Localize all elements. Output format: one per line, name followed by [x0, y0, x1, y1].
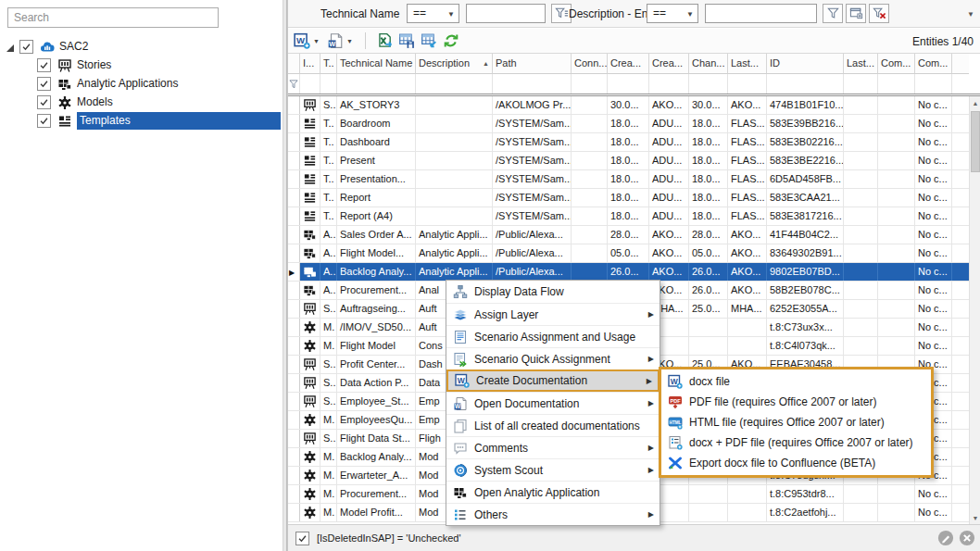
- filter-cell[interactable]: [844, 74, 878, 94]
- table-row[interactable]: T..Boardroom/SYSTEM/Sam...18.0...ADU...1…: [288, 115, 969, 133]
- submenu-item[interactable]: PDF file (requires Office 2007 or later): [661, 392, 931, 412]
- menu-item[interactable]: Scenario Assignment and Usage: [446, 325, 660, 347]
- submenu-item[interactable]: docx + PDF file (requires Office 2007 or…: [661, 432, 931, 453]
- vertical-scrollbar[interactable]: ▲ ▼: [969, 96, 980, 524]
- dropdown-caret-icon[interactable]: ▼: [346, 38, 353, 44]
- description-operator-select[interactable]: == ▼: [647, 4, 698, 23]
- column-header[interactable]: Conn...: [572, 54, 608, 74]
- column-header[interactable]: Description▲: [416, 54, 493, 74]
- funnel-icon: [826, 6, 840, 20]
- column-header[interactable]: ID: [767, 54, 844, 74]
- status-filter-checkbox[interactable]: [295, 532, 309, 545]
- filter-cell[interactable]: [416, 74, 493, 94]
- filter-cell[interactable]: [608, 74, 649, 94]
- filter-row-funnel[interactable]: [288, 74, 300, 94]
- menu-item[interactable]: Assign Layer▶: [446, 303, 660, 325]
- column-header[interactable]: Com...: [878, 54, 915, 74]
- clear-filter-button[interactable]: [959, 530, 975, 546]
- column-header[interactable]: I...: [300, 54, 320, 74]
- filter-cell[interactable]: [878, 74, 915, 94]
- cell: [878, 170, 915, 188]
- technical-name-filter-input[interactable]: [466, 4, 546, 23]
- menu-item[interactable]: List of all created documentations: [446, 414, 660, 436]
- column-header[interactable]: Crea...: [649, 54, 689, 74]
- menu-item[interactable]: System Scout▶: [446, 458, 660, 481]
- funnel-x-button[interactable]: [869, 4, 889, 23]
- filter-cell[interactable]: [649, 74, 689, 94]
- grid-load-button[interactable]: [418, 31, 440, 51]
- filter-panel-collapse-icon[interactable]: ▼: [967, 10, 974, 19]
- menu-item[interactable]: Scenario Quick Assignment▶: [446, 347, 660, 369]
- column-header[interactable]: Chan...: [689, 54, 728, 74]
- table-row[interactable]: T..Report (A4)/SYSTEM/Sam...18.0...ADU..…: [288, 207, 969, 226]
- scroll-up-icon[interactable]: ▲: [970, 96, 980, 109]
- submenu-item[interactable]: HTML file (requires Office 2007 or later…: [661, 412, 931, 432]
- description-filter-input[interactable]: [705, 4, 817, 23]
- edit-filter-button[interactable]: [937, 530, 954, 546]
- filter-cell[interactable]: [320, 74, 337, 94]
- tree-item-sac2[interactable]: SAC2: [4, 38, 281, 56]
- column-header[interactable]: Technical Name: [337, 54, 416, 74]
- table-row[interactable]: T..Dashboard/SYSTEM/Sam...18.0...ADU...1…: [288, 133, 969, 152]
- column-header[interactable]: Crea...: [608, 54, 649, 74]
- cell: [728, 337, 767, 355]
- column-header[interactable]: Com...: [915, 54, 952, 74]
- tree-item-stories[interactable]: Stories: [37, 56, 281, 74]
- table-row[interactable]: T..Presentation.../SYSTEM/Sam...18.0...A…: [288, 170, 969, 189]
- search-input[interactable]: [7, 7, 219, 28]
- funnel-button[interactable]: [823, 4, 843, 23]
- menu-item[interactable]: Comments▶: [446, 436, 660, 458]
- checkbox[interactable]: [37, 114, 51, 128]
- table-row[interactable]: A..Sales Order A...Analytic Appli.../Pub…: [288, 226, 969, 244]
- scrollbar-thumb[interactable]: [971, 111, 980, 172]
- menu-item[interactable]: Open Documentation▶: [446, 392, 660, 414]
- table-row[interactable]: S..AK_STORY3/AKOLMOG Pr...30.0...AKO...3…: [288, 96, 969, 115]
- filter-cell[interactable]: [300, 74, 320, 94]
- submenu-arrow-icon: ▶: [647, 377, 652, 385]
- menu-item[interactable]: Display Data Flow: [446, 281, 660, 303]
- menu-item[interactable]: Open Analytic Application: [446, 481, 660, 503]
- technical-name-operator-select[interactable]: == ▼: [407, 4, 459, 23]
- submenu-item[interactable]: docx file: [661, 371, 931, 392]
- column-header[interactable]: Path: [493, 54, 572, 74]
- win-plus-button[interactable]: [846, 4, 866, 23]
- word-doc-button[interactable]: [324, 31, 346, 51]
- expander-icon[interactable]: [4, 42, 15, 53]
- row-indicator-header[interactable]: [288, 54, 300, 74]
- cell: [572, 170, 608, 188]
- tree-item-models[interactable]: Models: [37, 94, 281, 111]
- menu-item[interactable]: Create Documentation▶: [446, 369, 660, 392]
- table-row[interactable]: A..Flight Model...Analytic Appli.../Publ…: [288, 244, 969, 263]
- submenu-item[interactable]: Export docx file to Confluence (BETA): [661, 453, 931, 473]
- scroll-down-icon[interactable]: ▼: [970, 511, 980, 524]
- filter-cell[interactable]: [337, 74, 416, 94]
- filter-cell[interactable]: [915, 74, 952, 94]
- checkbox[interactable]: [37, 95, 51, 109]
- menu-item[interactable]: Others▶: [446, 503, 660, 525]
- table-row[interactable]: ▶A..Backlog Analy...Analytic Appli.../Pu…: [288, 263, 969, 282]
- refresh-button[interactable]: [440, 31, 462, 51]
- table-row[interactable]: T..Report/SYSTEM/Sam...18.0...ADU...18.0…: [288, 189, 969, 207]
- column-header[interactable]: T..: [320, 54, 337, 74]
- tree-item-analytic-applications[interactable]: Analytic Applications: [37, 75, 281, 93]
- checkbox[interactable]: [37, 58, 51, 72]
- cell: A..: [320, 244, 337, 262]
- column-header[interactable]: Last...: [844, 54, 878, 74]
- grid-save-button[interactable]: [396, 31, 418, 51]
- checkbox[interactable]: [37, 77, 51, 91]
- table-row[interactable]: T..Present/SYSTEM/Sam...18.0...ADU...18.…: [288, 152, 969, 170]
- word-new-button[interactable]: [291, 31, 313, 51]
- column-header[interactable]: Last...: [728, 54, 767, 74]
- cell: M.: [320, 504, 337, 521]
- filter-cell[interactable]: [493, 74, 572, 94]
- filter-cell[interactable]: [572, 74, 608, 94]
- cell: No c...: [915, 337, 952, 355]
- cell: t.8:C953tdr8...: [767, 485, 844, 503]
- filter-cell[interactable]: [767, 74, 844, 94]
- filter-cell[interactable]: [689, 74, 728, 94]
- checkbox[interactable]: [19, 40, 33, 54]
- excel-export-button[interactable]: [373, 31, 396, 51]
- tree-item-templates[interactable]: Templates: [37, 112, 281, 130]
- filter-cell[interactable]: [728, 74, 767, 94]
- dropdown-caret-icon[interactable]: ▼: [313, 38, 320, 44]
